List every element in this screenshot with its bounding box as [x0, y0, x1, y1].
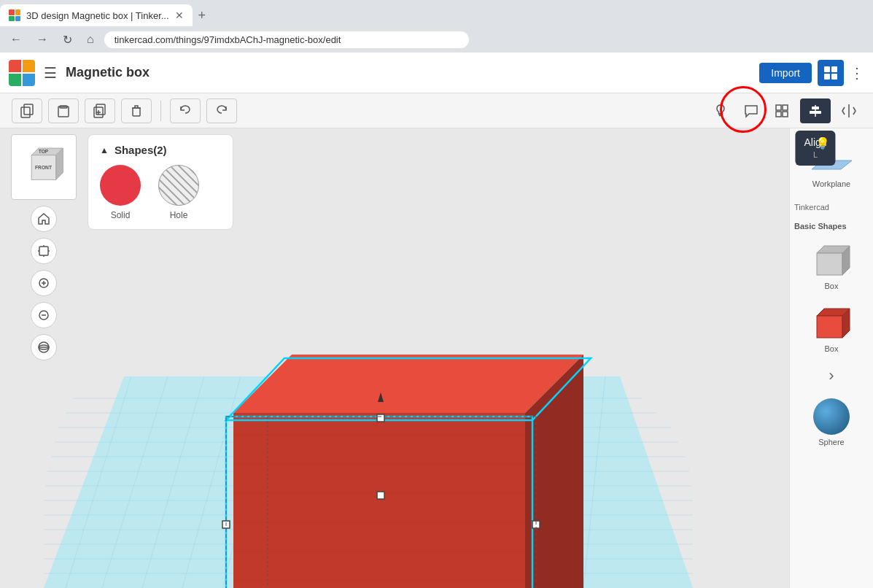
shape-hole-label: Hole [170, 210, 188, 220]
box-3d-icon [810, 242, 853, 279]
toolbar-separator [160, 101, 161, 121]
flip-button[interactable] [837, 98, 861, 123]
svg-marker-52 [233, 413, 525, 588]
zoom-in-button[interactable] [31, 270, 57, 296]
red-box-shape-thumb[interactable]: Box [790, 301, 873, 357]
page-title: Magnetic box [66, 65, 750, 80]
comment-button[interactable] [739, 98, 764, 123]
svg-rect-16 [783, 105, 788, 110]
shape-hole-item[interactable]: Hole [158, 165, 199, 220]
align-button-container: Align 💡 L [800, 98, 831, 123]
tinkercad-logo [9, 60, 35, 86]
svg-rect-66 [377, 414, 384, 422]
reload-button[interactable]: ↻ [58, 31, 77, 48]
tab-favicon [9, 9, 20, 21]
main-area: ↻ TOP FRONT [0, 128, 873, 588]
svg-rect-20 [812, 107, 819, 109]
svg-rect-21 [810, 111, 821, 114]
shape-hole-icon [158, 165, 199, 206]
svg-rect-1 [831, 66, 837, 72]
svg-text:TOP: TOP [39, 148, 49, 153]
shape-solid-label: Solid [111, 210, 131, 220]
shapes-panel: ▲ Shapes(2) Solid Hole [88, 134, 233, 230]
svg-rect-12 [133, 108, 140, 116]
delete-button[interactable] [121, 98, 152, 123]
grid-view-button[interactable] [818, 60, 844, 86]
box-shape-thumb[interactable]: Box [790, 238, 873, 295]
svg-rect-98 [817, 253, 842, 275]
app-header: ☰ Magnetic box Import ⋮ [0, 53, 873, 93]
paste-button[interactable] [48, 98, 79, 123]
shapes-title: Shapes(2) [115, 144, 167, 156]
svg-rect-17 [776, 112, 781, 117]
tab-title: 3D design Magnetic box | Tinker... [26, 10, 169, 21]
basic-shapes-label: Basic Shapes [790, 220, 873, 232]
right-panel: Workplane Tinkercad Basic Shapes Box [789, 128, 873, 588]
shapes-panel-header: ▲ Shapes(2) [100, 144, 221, 156]
sphere-shape-thumb[interactable]: Sphere [790, 394, 873, 451]
url-input[interactable] [104, 31, 469, 48]
sphere-label: Sphere [818, 438, 844, 446]
svg-rect-0 [824, 66, 830, 72]
svg-rect-71 [377, 492, 384, 499]
address-bar: ← → ↻ ⌂ [0, 26, 873, 53]
svg-rect-3 [831, 74, 837, 80]
home-view-button[interactable] [31, 206, 57, 232]
orientation-button[interactable] [31, 334, 57, 360]
more-options-button[interactable]: ⋮ [850, 64, 864, 82]
svg-marker-53 [233, 355, 583, 413]
toolbar: Align 💡 L [0, 93, 873, 128]
box-label-1: Box [825, 282, 839, 290]
shapes-items: Solid Hole [100, 165, 221, 220]
svg-rect-18 [783, 112, 788, 117]
copy-button[interactable] [12, 98, 42, 123]
shape-solid-icon [100, 165, 141, 206]
shape-solid-item[interactable]: Solid [100, 165, 141, 220]
align-tooltip: Align 💡 L [795, 131, 835, 166]
undo-button[interactable] [170, 98, 201, 123]
browser-tab[interactable]: 3D design Magnetic box | Tinker... ✕ [0, 4, 193, 26]
lightbulb-button[interactable] [708, 98, 733, 123]
left-panel: TOP FRONT [0, 128, 88, 588]
svg-rect-2 [824, 74, 830, 80]
import-button[interactable]: Import [759, 63, 812, 83]
frame-selection-button[interactable] [31, 238, 57, 264]
sphere-icon [813, 398, 850, 435]
zoom-out-button[interactable] [31, 302, 57, 328]
align-button[interactable] [800, 98, 831, 123]
view-toggle-button[interactable] [769, 98, 794, 123]
workplane-label: Workplane [812, 179, 850, 188]
header-right: Import ⋮ [759, 60, 864, 86]
new-tab-button[interactable]: + [193, 8, 212, 23]
tab-close-button[interactable]: ✕ [175, 9, 184, 21]
view-cube-container[interactable]: TOP FRONT [11, 134, 77, 200]
tinkercad-label: Tinkercad [790, 200, 873, 214]
view-cube-svg: TOP FRONT [18, 140, 70, 195]
back-button[interactable]: ← [6, 31, 26, 47]
duplicate-button[interactable] [85, 98, 115, 123]
shapes-collapse-arrow[interactable]: ▲ [100, 145, 109, 155]
box-label-2: Box [825, 344, 839, 353]
red-box-3d-icon [810, 305, 853, 341]
forward-button[interactable]: → [32, 31, 53, 47]
svg-rect-101 [817, 316, 842, 338]
toolbar-right: Align 💡 L [708, 98, 861, 123]
svg-rect-8 [96, 104, 105, 115]
svg-rect-81 [39, 247, 48, 255]
svg-rect-15 [776, 105, 781, 110]
svg-rect-5 [21, 107, 30, 117]
menu-icon[interactable]: ☰ [44, 64, 57, 82]
svg-text:FRONT: FRONT [35, 164, 53, 169]
expand-panel-button[interactable]: › [826, 363, 837, 388]
tooltip-light-icon: 💡 [815, 136, 830, 150]
svg-rect-4 [24, 104, 33, 115]
home-button[interactable]: ⌂ [82, 31, 98, 47]
redo-button[interactable] [206, 98, 237, 123]
align-shortcut: L [813, 150, 818, 159]
